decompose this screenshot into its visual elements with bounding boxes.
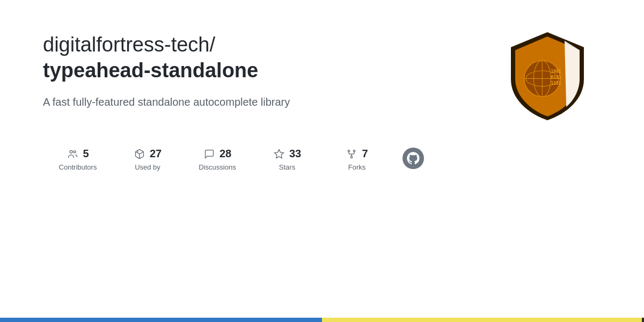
svg-point-5 — [348, 150, 350, 151]
svg-point-0 — [70, 150, 72, 153]
svg-marker-4 — [275, 149, 284, 158]
star-icon — [273, 148, 285, 160]
svg-text:1101: 1101 — [551, 81, 561, 86]
discussions-label: Discussions — [199, 163, 236, 171]
bar-blue — [0, 318, 322, 322]
svg-text:1001: 1001 — [551, 69, 561, 74]
github-icon[interactable] — [402, 148, 424, 169]
svg-text:0101: 0101 — [551, 75, 561, 80]
svg-point-6 — [354, 150, 355, 151]
stats-row: 5 Contributors 27 — [43, 148, 419, 171]
svg-point-1 — [74, 150, 76, 152]
right-section: 1001 0101 1101 — [494, 27, 601, 123]
stars-count: 33 — [289, 148, 301, 160]
package-icon — [134, 148, 145, 160]
github-icon-wrapper — [392, 148, 424, 169]
discussions-count: 28 — [219, 148, 231, 160]
repo-title: digitalfortress-tech/ typeahead-standalo… — [43, 32, 419, 83]
repo-name: typeahead-standalone — [43, 59, 258, 82]
repo-description: A fast fully-featured standalone autocom… — [43, 94, 354, 110]
used-by-label: Used by — [135, 163, 160, 171]
stat-contributors[interactable]: 5 Contributors — [43, 148, 113, 171]
left-section: digitalfortress-tech/ typeahead-standalo… — [43, 32, 419, 171]
forks-label: Forks — [348, 163, 366, 171]
comment-icon — [203, 148, 215, 160]
repo-org: digitalfortress-tech/ — [43, 33, 215, 56]
bar-yellow — [322, 318, 642, 322]
stat-stars[interactable]: 33 Stars — [252, 148, 322, 171]
contributors-count: 5 — [83, 148, 89, 160]
bar-dark — [642, 318, 644, 322]
stat-forks[interactable]: 7 Forks — [322, 148, 392, 171]
stat-discussions[interactable]: 28 Discussions — [182, 148, 252, 171]
svg-point-7 — [351, 156, 353, 158]
people-icon — [67, 148, 78, 160]
forks-count: 7 — [362, 148, 368, 160]
stat-used-by[interactable]: 27 Used by — [113, 148, 182, 171]
main-content: digitalfortress-tech/ typeahead-standalo… — [0, 0, 644, 171]
fork-icon — [346, 148, 357, 160]
used-by-count: 27 — [150, 148, 162, 160]
contributors-label: Contributors — [59, 163, 97, 171]
bottom-bars — [0, 318, 644, 322]
shield-logo: 1001 0101 1101 — [504, 27, 590, 123]
stars-label: Stars — [279, 163, 295, 171]
